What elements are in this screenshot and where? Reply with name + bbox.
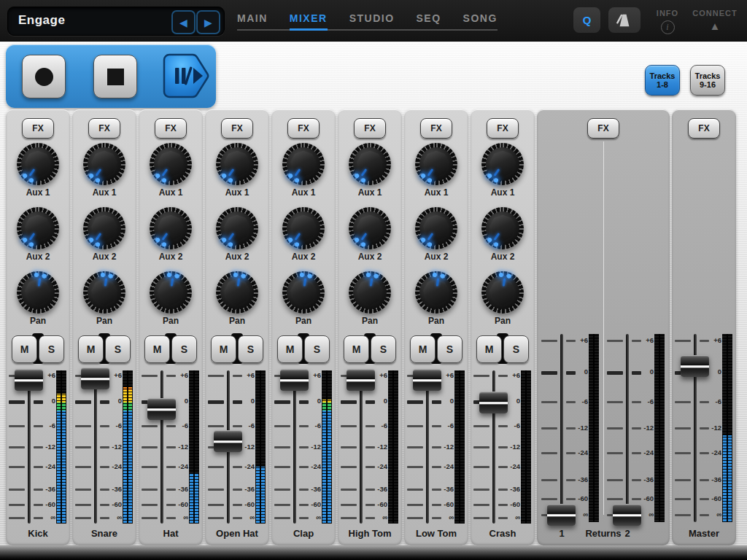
fader-handle[interactable] bbox=[347, 369, 375, 391]
scale-label: -36 bbox=[241, 485, 255, 493]
aux-1-knob[interactable] bbox=[17, 143, 59, 185]
mute-button[interactable]: M bbox=[410, 335, 436, 363]
knob-label: Aux 1 bbox=[404, 187, 468, 198]
aux-1-knob[interactable] bbox=[150, 143, 192, 185]
pan-knob[interactable] bbox=[481, 271, 524, 314]
pan-knob[interactable] bbox=[282, 271, 325, 314]
fader-handle[interactable] bbox=[613, 504, 641, 526]
mute-button[interactable]: M bbox=[12, 335, 37, 363]
knob-label: Aux 1 bbox=[72, 187, 136, 198]
knob-block-aux-1: Aux 1 bbox=[6, 143, 70, 198]
next-sequence-button[interactable]: ▶ bbox=[196, 10, 220, 34]
aux-1-knob[interactable] bbox=[349, 143, 391, 185]
scale-tick bbox=[473, 375, 489, 377]
next-icon: ▶ bbox=[204, 18, 212, 28]
q-label: Q bbox=[583, 14, 592, 26]
tab-studio[interactable]: STUDIO bbox=[349, 12, 395, 31]
scale-label: -6 bbox=[175, 421, 188, 429]
tab-main[interactable]: MAIN bbox=[237, 12, 268, 31]
metronome-button[interactable] bbox=[608, 7, 640, 33]
aux-2-knob[interactable] bbox=[83, 207, 125, 249]
scale-label: -36 bbox=[441, 485, 454, 493]
fx-button[interactable]: FX bbox=[22, 118, 54, 139]
fader-handle[interactable] bbox=[280, 369, 309, 391]
sequence-selector[interactable]: Engage ◀ ▶ bbox=[7, 7, 225, 36]
prev-sequence-button[interactable]: ◀ bbox=[171, 10, 196, 34]
aux-1-knob[interactable] bbox=[216, 143, 258, 185]
aux-2-knob[interactable] bbox=[216, 207, 258, 249]
scale-tick bbox=[607, 452, 623, 454]
level-meter bbox=[589, 334, 599, 522]
knob-block-aux-2: Aux 2 bbox=[139, 207, 203, 262]
mute-button[interactable]: M bbox=[277, 335, 303, 363]
scale-label: ∞ bbox=[109, 513, 122, 521]
fader-handle[interactable] bbox=[547, 504, 576, 526]
aux-2-knob[interactable] bbox=[150, 207, 192, 249]
tab-song[interactable]: SONG bbox=[463, 12, 498, 31]
fader-handle[interactable] bbox=[479, 392, 508, 413]
aux-2-knob[interactable] bbox=[349, 207, 391, 249]
solo-button[interactable]: S bbox=[304, 335, 330, 363]
mute-button[interactable]: M bbox=[144, 335, 170, 363]
quantize-button[interactable]: Q bbox=[573, 7, 600, 33]
pan-knob[interactable] bbox=[349, 271, 391, 314]
pan-knob[interactable] bbox=[216, 271, 258, 314]
connect-button[interactable]: CONNECT ▲ bbox=[687, 9, 743, 32]
mute-button[interactable]: M bbox=[344, 335, 369, 363]
stop-button[interactable] bbox=[93, 55, 137, 98]
knob-label: Aux 2 bbox=[72, 252, 136, 262]
play-pause-button[interactable] bbox=[160, 52, 212, 99]
fader-handle[interactable] bbox=[413, 369, 441, 391]
aux-2-knob[interactable] bbox=[282, 207, 325, 249]
tab-seq[interactable]: SEQ bbox=[417, 12, 441, 31]
solo-button[interactable]: S bbox=[105, 335, 131, 363]
tracks-1-8-button[interactable]: Tracks 1-8 bbox=[645, 65, 680, 96]
scale-label: -6 bbox=[374, 421, 387, 429]
fx-button[interactable]: FX bbox=[487, 118, 519, 139]
meter-fill bbox=[123, 387, 132, 524]
info-label: INFO bbox=[649, 9, 686, 18]
scale-label: -6 bbox=[308, 421, 321, 429]
mute-solo-row: MS bbox=[78, 335, 131, 362]
solo-button[interactable]: S bbox=[238, 335, 263, 363]
tracks-9-16-button[interactable]: Tracks 9-16 bbox=[690, 65, 725, 96]
record-button[interactable] bbox=[22, 55, 66, 98]
tab-mixer[interactable]: MIXER bbox=[290, 12, 328, 31]
fx-button[interactable]: FX bbox=[88, 118, 120, 139]
scale-label: +6 bbox=[640, 336, 654, 344]
fx-button[interactable]: FX bbox=[354, 118, 386, 139]
solo-button[interactable]: S bbox=[39, 335, 64, 363]
fx-button[interactable]: FX bbox=[221, 118, 253, 139]
solo-button[interactable]: S bbox=[371, 335, 396, 363]
scale-tick bbox=[675, 401, 691, 403]
knob-label: Aux 1 bbox=[139, 187, 203, 198]
fader-handle[interactable] bbox=[147, 398, 176, 420]
fx-button[interactable]: FX bbox=[688, 118, 720, 139]
pan-knob[interactable] bbox=[415, 271, 457, 314]
solo-button[interactable]: S bbox=[437, 335, 462, 363]
pan-knob[interactable] bbox=[150, 271, 192, 314]
fx-button[interactable]: FX bbox=[587, 118, 619, 139]
aux-2-knob[interactable] bbox=[481, 207, 524, 249]
aux-1-knob[interactable] bbox=[415, 143, 457, 185]
pan-knob[interactable] bbox=[17, 271, 59, 314]
fader-handle[interactable] bbox=[214, 430, 242, 452]
info-button[interactable]: INFO i bbox=[649, 9, 686, 34]
fx-button[interactable]: FX bbox=[287, 118, 320, 139]
fader-handle[interactable] bbox=[81, 368, 109, 389]
aux-1-knob[interactable] bbox=[481, 143, 524, 185]
mute-button[interactable]: M bbox=[476, 335, 502, 363]
aux-2-knob[interactable] bbox=[17, 207, 59, 249]
mute-button[interactable]: M bbox=[78, 335, 104, 363]
solo-button[interactable]: S bbox=[171, 335, 197, 363]
mute-button[interactable]: M bbox=[211, 335, 236, 363]
fader-handle[interactable] bbox=[15, 369, 43, 391]
aux-1-knob[interactable] bbox=[282, 143, 325, 185]
aux-2-knob[interactable] bbox=[415, 207, 457, 249]
fx-button[interactable]: FX bbox=[420, 118, 452, 139]
pan-knob[interactable] bbox=[83, 271, 125, 314]
solo-button[interactable]: S bbox=[503, 335, 529, 363]
fx-button[interactable]: FX bbox=[155, 118, 187, 139]
aux-1-knob[interactable] bbox=[83, 143, 125, 185]
fader-handle[interactable] bbox=[681, 355, 709, 377]
